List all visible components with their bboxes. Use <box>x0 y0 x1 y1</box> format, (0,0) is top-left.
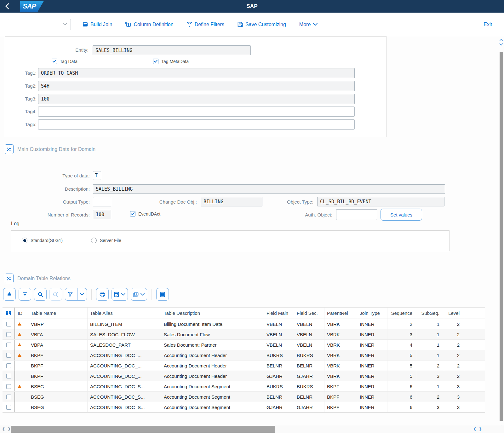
chevron-down-icon <box>63 23 67 26</box>
table-settings-button[interactable] <box>156 288 169 301</box>
description-input[interactable]: SALES_BILLING <box>93 184 445 194</box>
save-customizing-button[interactable]: Save Customizing <box>238 22 286 27</box>
column-definition-button[interactable]: Column Definition <box>125 22 173 27</box>
cell-join-type: INNER <box>357 319 387 329</box>
vertical-scrollbar[interactable] <box>499 36 503 433</box>
row-select-checkbox[interactable] <box>6 322 11 326</box>
column-header-field-sec[interactable]: Field Sec. <box>294 308 324 319</box>
row-select-checkbox[interactable] <box>6 384 11 389</box>
column-header-table-name[interactable]: Table Name <box>28 308 88 319</box>
cell-level: 3 <box>444 381 464 391</box>
output-type-input[interactable] <box>93 197 111 206</box>
column-header-field-main[interactable]: Field Main <box>264 308 294 319</box>
table-row[interactable]: BSEGACCOUNTING_DOC_S...Accounting Docume… <box>3 381 485 392</box>
tag4-label: Tag4: <box>5 109 37 114</box>
row-select-cell <box>3 392 15 402</box>
scroll-left-right-icons[interactable]: ❮ ❯ <box>473 426 483 431</box>
tag-data-checkbox[interactable]: Tag Data <box>52 59 77 64</box>
cell-subseq: 3 <box>417 402 444 412</box>
cell-table-alias: SALESDOC_PART <box>88 340 161 350</box>
column-header-table-description[interactable]: Table Description <box>161 308 264 319</box>
row-select-checkbox[interactable] <box>6 363 11 368</box>
row-select-checkbox[interactable] <box>6 395 11 399</box>
row-select-checkbox[interactable] <box>6 353 11 358</box>
set-values-button[interactable]: Set values <box>381 209 422 221</box>
filter-button[interactable] <box>65 288 75 300</box>
table-row[interactable]: BSEGACCOUNTING_DOC_S...Accounting Docume… <box>3 392 485 402</box>
column-header-subseq[interactable]: SubSeq. <box>417 308 444 319</box>
select-all-cell[interactable] <box>3 308 15 319</box>
table-row[interactable]: BKPFACCOUNTING_DOC_...Accounting Documen… <box>3 371 485 381</box>
table-row[interactable]: BKPFACCOUNTING_DOC_...Accounting Documen… <box>3 350 485 361</box>
tag4-input[interactable] <box>38 107 355 117</box>
save-icon <box>238 22 243 27</box>
vertical-scroll-thumb[interactable] <box>500 52 503 421</box>
tag5-input[interactable] <box>38 119 355 130</box>
select-all-icon <box>6 310 11 316</box>
number-of-records-input[interactable]: 100 <box>93 210 111 219</box>
eventidact-checkbox[interactable]: EventIDAct <box>130 211 160 216</box>
cell-parent-rel: VBRK <box>324 319 357 329</box>
cell-table-name: VBFA <box>28 329 88 339</box>
radio-unselected-icon <box>91 238 97 243</box>
toolbar-separator <box>91 289 92 300</box>
cell-parent-rel: VBRK <box>324 371 357 381</box>
column-header-sequence[interactable]: Sequence <box>387 308 417 319</box>
row-select-checkbox[interactable] <box>6 343 11 347</box>
scroll-left-right-icons[interactable]: ❮ ❯ <box>2 426 11 431</box>
layout-select[interactable] <box>8 19 71 30</box>
auth-object-input[interactable] <box>336 209 377 220</box>
print-button[interactable] <box>96 288 109 301</box>
type-of-data-label: Type of data: <box>5 173 90 178</box>
define-filters-button[interactable]: Define Filters <box>187 22 224 27</box>
tree-collapse-icon[interactable] <box>5 144 14 154</box>
copy-view-button[interactable] <box>131 288 147 301</box>
column-header-join-type[interactable]: Join Type <box>357 308 387 319</box>
cell-parent-rel: VBRK <box>324 329 357 339</box>
column-header-level[interactable]: Level <box>444 308 464 319</box>
table-row[interactable]: VBFASALES_DOC_FLOWSales Document FlowVBE… <box>3 329 485 340</box>
entity-section: Entity: SALES_BILLING Tag Data Tag MetaD… <box>5 36 387 137</box>
table-row[interactable]: BKPFACCOUNTING_DOC_...Accounting Documen… <box>3 361 485 371</box>
scroll-down-icon[interactable] <box>499 41 503 47</box>
tag2-input[interactable]: S4H <box>38 81 355 91</box>
filter-dropdown-button[interactable] <box>77 288 87 300</box>
cell-field-sec: BELNR <box>294 361 324 371</box>
find-button[interactable] <box>34 288 47 301</box>
log-server-file-radio[interactable]: Server File <box>91 238 121 243</box>
find-next-button[interactable] <box>49 288 62 301</box>
row-select-checkbox[interactable] <box>6 374 11 378</box>
change-doc-obj-input[interactable]: BILLING <box>201 197 262 206</box>
column-header-table-alias[interactable]: Table Alias <box>88 308 161 319</box>
table-row[interactable]: VBRPBILLING_ITEMBilling Document: Item D… <box>3 319 485 329</box>
column-header-id[interactable]: ID <box>15 308 28 319</box>
horizontal-scroll-thumb[interactable] <box>11 426 275 433</box>
radio-selected-icon <box>22 238 27 243</box>
row-select-checkbox[interactable] <box>6 332 11 337</box>
more-button[interactable]: More <box>299 22 318 27</box>
table-row[interactable]: VBPASALESDOC_PARTSales Document: Partner… <box>3 340 485 350</box>
exit-button[interactable]: Exit <box>484 13 492 36</box>
log-standard-radio[interactable]: Standard(SLG1) <box>22 238 63 243</box>
row-select-checkbox[interactable] <box>6 405 11 410</box>
build-join-button[interactable]: Build Join <box>83 22 112 27</box>
object-type-input[interactable]: CL_SD_BIL_BD_EVENT <box>317 197 444 206</box>
cell-parent-rel: BKPF <box>324 381 357 391</box>
tag1-input[interactable]: ORDER TO CASH <box>38 68 355 78</box>
cell-sequence: 3 <box>387 329 417 339</box>
tag-metadata-checkbox[interactable]: Tag MetaData <box>153 59 189 64</box>
cell-id <box>15 392 28 402</box>
column-header-parentrel[interactable]: ParentRel <box>324 308 357 319</box>
cell-table-alias: ACCOUNTING_DOC_... <box>88 350 161 360</box>
column-header-filler <box>464 308 485 319</box>
type-of-data-input[interactable]: T <box>93 171 101 180</box>
tag3-input[interactable]: 100 <box>38 94 355 104</box>
sort-ascending-button[interactable] <box>3 288 16 301</box>
sort-descending-button[interactable] <box>19 288 31 301</box>
tree-collapse-icon[interactable] <box>5 274 14 283</box>
cell-id <box>15 402 28 412</box>
entity-input[interactable]: SALES_BILLING <box>93 45 251 55</box>
horizontal-scrollbar[interactable]: ❮ ❯ ❮ ❯ <box>0 425 504 433</box>
export-button[interactable] <box>112 288 128 301</box>
table-row[interactable]: BSEGACCOUNTING_DOC_S...Accounting Docume… <box>3 402 485 413</box>
